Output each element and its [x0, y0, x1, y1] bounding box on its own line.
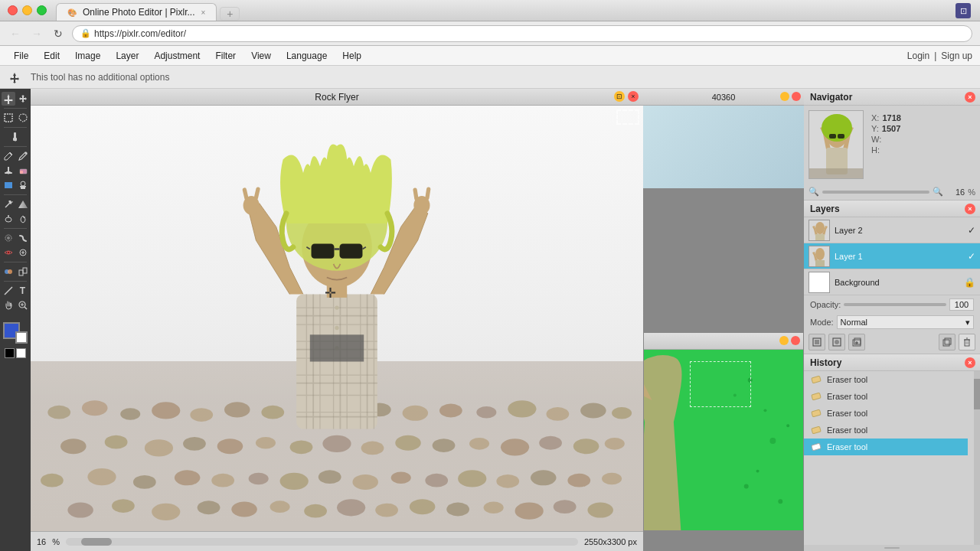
opacity-slider[interactable] [844, 303, 946, 306]
history-scrollbar[interactable] [974, 371, 980, 545]
layer-actions [804, 331, 980, 354]
red-eye-tool[interactable] [2, 246, 15, 259]
svg-point-97 [515, 502, 544, 519]
close-window-button[interactable] [8, 5, 18, 15]
layer-1-visibility[interactable]: ✓ [968, 251, 975, 262]
tool-separator-5 [4, 228, 27, 229]
svg-rect-29 [23, 268, 27, 273]
blend-mode-value: Normal [841, 318, 867, 327]
rect-tool[interactable] [2, 178, 15, 192]
menu-view[interactable]: View [245, 49, 277, 63]
zoom-slider[interactable] [822, 191, 929, 194]
refresh-button[interactable]: ↻ [51, 26, 66, 41]
navigator-close-button[interactable]: × [965, 92, 975, 103]
brush-tool[interactable] [16, 149, 30, 163]
move-tool[interactable] [2, 92, 15, 106]
blend-mode-select[interactable]: Normal ▾ [837, 315, 974, 329]
menu-language[interactable]: Language [280, 49, 333, 63]
h-label: H: [871, 145, 880, 155]
tool-group-shapes [2, 178, 30, 192]
rect-select-tool[interactable] [2, 111, 15, 125]
menu-adjustment[interactable]: Adjustment [148, 49, 206, 63]
scrollbar-thumb[interactable] [81, 538, 112, 546]
gradient-tool[interactable] [16, 197, 30, 211]
horizontal-scrollbar[interactable] [66, 538, 578, 546]
green-canvas-window [643, 332, 804, 531]
paint-bucket-tool[interactable] [2, 164, 15, 178]
spot-heal-tool[interactable] [16, 246, 30, 259]
eraser-shape [811, 376, 822, 384]
history-close-button[interactable]: × [965, 357, 975, 368]
blur-tool[interactable] [2, 231, 15, 245]
background-color[interactable] [15, 331, 28, 344]
opacity-value[interactable]: 100 [949, 298, 974, 311]
lasso-tool[interactable] [16, 111, 30, 125]
menu-edit[interactable]: Edit [38, 49, 66, 63]
back-button[interactable]: ← [8, 26, 23, 41]
white-swatch[interactable] [16, 348, 26, 358]
layers-title: Layers [810, 204, 840, 214]
layer-2-visibility[interactable]: ✓ [968, 225, 975, 236]
history-scrollbar-thumb[interactable] [974, 379, 980, 409]
history-item-2[interactable]: Eraser tool [804, 388, 968, 405]
duplicate-layer-button[interactable] [939, 334, 956, 350]
text-tool[interactable]: T [16, 284, 30, 298]
maximize-window-button[interactable] [37, 5, 47, 15]
menu-help[interactable]: Help [336, 49, 368, 63]
layer-item-2[interactable]: Layer 2 ✓ [804, 217, 980, 243]
clone-tool[interactable] [16, 265, 30, 279]
history-item-1[interactable]: Eraser tool [804, 371, 968, 388]
svg-point-123 [335, 305, 338, 309]
dodge-tool[interactable] [2, 212, 15, 226]
svg-rect-151 [815, 234, 825, 241]
active-tab[interactable]: 🎨 Online Photo Editor | Pixlr... × [56, 3, 217, 21]
black-swatch[interactable] [5, 348, 15, 358]
eraser-tool[interactable] [16, 164, 30, 178]
history-resize-handle[interactable] [804, 545, 980, 551]
color-replace-tool[interactable] [2, 265, 15, 279]
svg-point-84 [602, 472, 622, 484]
tab-close-button[interactable]: × [201, 8, 206, 17]
second-canvas-close[interactable] [792, 92, 801, 101]
second-canvas-expand[interactable] [780, 92, 789, 101]
pencil-tool[interactable] [2, 149, 15, 163]
burn-tool[interactable] [16, 212, 30, 226]
canvas-expand-button[interactable]: ⊡ [614, 91, 625, 102]
new-tab-button[interactable]: + [220, 7, 240, 21]
url-input[interactable]: 🔒 https://pixlr.com/editor/ [72, 25, 972, 42]
hand-tool[interactable] [2, 298, 15, 312]
history-item-5[interactable]: Eraser tool [804, 439, 968, 455]
history-item-4[interactable]: Eraser tool [804, 422, 968, 439]
minimize-window-button[interactable] [22, 5, 32, 15]
layer-style-button[interactable] [808, 334, 825, 350]
eyedropper-tool[interactable] [8, 130, 22, 144]
signup-link[interactable]: Sign up [941, 51, 972, 61]
menu-right-actions: Login | Sign up [907, 51, 972, 61]
add-mask-button[interactable] [828, 334, 845, 350]
menu-image[interactable]: Image [69, 49, 106, 63]
svg-point-17 [5, 217, 11, 222]
green-canvas-expand[interactable] [779, 336, 789, 345]
layer-item-1[interactable]: Layer 1 ✓ [804, 243, 980, 269]
canvas-close-button[interactable]: × [628, 91, 639, 102]
delete-layer-button[interactable] [959, 334, 975, 350]
svg-rect-129 [312, 243, 335, 258]
zoom-tool[interactable] [16, 298, 30, 312]
green-canvas-close[interactable] [791, 336, 800, 345]
add-layer-button[interactable] [848, 334, 865, 350]
move-tool-button[interactable] [6, 69, 23, 86]
forward-button[interactable]: → [29, 26, 44, 41]
magic-wand-tool[interactable] [2, 197, 15, 211]
layer-background[interactable]: Background 🔒 [804, 269, 980, 295]
login-link[interactable]: Login [907, 51, 929, 61]
menu-layer[interactable]: Layer [109, 49, 145, 63]
history-item-3[interactable]: Eraser tool [804, 405, 968, 422]
menu-file[interactable]: File [8, 49, 34, 63]
smudge-tool[interactable] [16, 231, 30, 245]
menu-filter[interactable]: Filter [209, 49, 242, 63]
line-tool[interactable] [2, 284, 15, 298]
stamp-tool[interactable] [16, 178, 30, 192]
canvas-content[interactable]: ✛ [31, 106, 643, 531]
marque-move-tool[interactable] [16, 92, 30, 106]
layers-close-button[interactable]: × [965, 204, 975, 214]
